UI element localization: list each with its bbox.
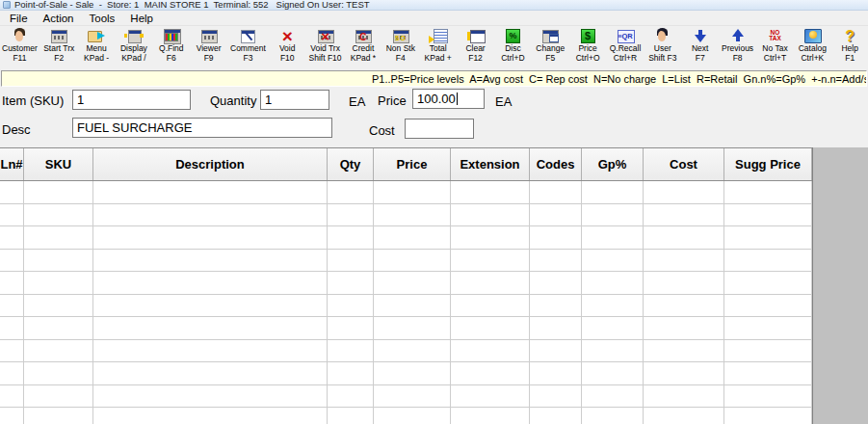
toolbar-button-customer[interactable]: CustomerF11 [2, 27, 38, 63]
toolbar-shortcut-label: KPad - [84, 54, 109, 64]
table-cell [724, 317, 812, 339]
cost-label: Cost [369, 123, 395, 138]
toolbar-button-comment[interactable]: CommentF3 [230, 27, 266, 63]
table-cell [451, 408, 530, 424]
table-cell [451, 362, 530, 384]
toolbar-button-no-tax[interactable]: NO TAXNo TaxCtrl+T [759, 27, 791, 63]
column-header-codes[interactable]: Codes [530, 148, 582, 180]
table-cell [374, 226, 451, 249]
table-cell [93, 362, 328, 384]
entry-form: Item (SKU) 1 Quantity 1 EA Price 100.00 … [0, 87, 868, 147]
table-cell [374, 250, 451, 272]
toolbar-button-void-trx[interactable]: ×Void TrxShift F10 [309, 27, 342, 63]
table-cell [724, 362, 812, 384]
table-cell [644, 226, 724, 249]
table-cell [530, 295, 582, 317]
table-row[interactable] [0, 385, 812, 409]
table-cell [374, 181, 451, 203]
toolbar-shortcut-label: KPad / [121, 54, 146, 64]
toolbar-button-change[interactable]: ChangeF5 [535, 27, 566, 63]
table-cell [451, 340, 530, 362]
void-trx-icon: × [316, 28, 335, 43]
table-cell [374, 295, 451, 317]
table-cell [724, 272, 812, 294]
table-cell [530, 181, 582, 203]
table-row[interactable] [0, 181, 812, 204]
table-cell [0, 226, 24, 249]
table-row[interactable] [0, 250, 812, 273]
toolbar-button-q-recall[interactable]: ≡QRQ.RecallCtrl+R [609, 27, 641, 63]
table-cell [24, 181, 93, 203]
column-header-extension[interactable]: Extension [451, 148, 530, 180]
next-arrow-icon [691, 28, 710, 43]
price-label: Price [378, 93, 407, 108]
toolbar-button-display[interactable]: DisplayKPad / [118, 27, 149, 63]
table-row[interactable] [0, 226, 812, 250]
menu-bar: FileActionToolsHelp [0, 11, 868, 26]
previous-arrow-icon [728, 28, 748, 43]
table-row[interactable] [0, 362, 812, 385]
toolbar-button-non-stk[interactable]: SONon StkF4 [384, 27, 416, 63]
price-unit-label: EA [495, 94, 512, 109]
column-header-qty[interactable]: Qty [328, 148, 374, 180]
column-header-price[interactable]: Price [374, 148, 451, 180]
toolbar-shortcut-label: F12 [468, 54, 483, 64]
table-cell [724, 295, 812, 317]
customer-icon [10, 28, 29, 43]
table-cell [0, 408, 24, 424]
table-cell [328, 250, 374, 272]
column-header-ln-[interactable]: Ln# [0, 148, 24, 180]
table-cell [530, 408, 582, 424]
desc-input[interactable]: FUEL SURCHARGE [72, 118, 332, 138]
item-sku-input[interactable]: 1 [72, 90, 191, 110]
toolbar-shortcut-label: Ctrl+T [764, 54, 786, 64]
menu-tools[interactable]: Tools [82, 12, 123, 25]
table-row[interactable] [0, 272, 812, 295]
toolbar-button-menu[interactable]: MenuKPad - [81, 27, 113, 63]
menu-file[interactable]: File [2, 12, 36, 25]
discount-icon: % [503, 28, 522, 43]
column-header-gp-[interactable]: Gp% [582, 148, 644, 180]
toolbar-shortcut-label: F5 [545, 54, 555, 64]
table-row[interactable] [0, 204, 812, 227]
desc-label: Desc [2, 122, 31, 137]
price-input[interactable]: 100.00 [412, 89, 485, 109]
column-header-sugg-price[interactable]: Sugg Price [724, 148, 812, 180]
column-header-description[interactable]: Description [93, 148, 328, 180]
toolbar-button-disc[interactable]: %DiscCtrl+D [497, 27, 529, 63]
toolbar-button-catalog[interactable]: CatalogCtrl+K [797, 27, 829, 63]
toolbar-button-viewer[interactable]: ViewerF9 [193, 27, 224, 63]
table-row[interactable] [0, 317, 812, 340]
table-row[interactable] [0, 340, 812, 363]
table-cell [0, 272, 24, 294]
toolbar-button-next[interactable]: NextF7 [684, 27, 716, 63]
table-cell [451, 272, 530, 294]
toolbar-button-price[interactable]: $PriceCtrl+O [572, 27, 604, 63]
column-header-cost[interactable]: Cost [644, 148, 724, 180]
table-row[interactable] [0, 295, 812, 318]
toolbar-button-previous[interactable]: PreviousF8 [722, 27, 753, 63]
table-cell [93, 272, 328, 294]
table-cell [644, 295, 724, 317]
toolbar-button-q-find[interactable]: Q.FindF6 [155, 27, 187, 63]
toolbar-button-user[interactable]: UserShift F3 [646, 27, 678, 63]
menu-help[interactable]: Help [122, 12, 161, 25]
toolbar-button-clear[interactable]: ClearF12 [460, 27, 491, 63]
table-row[interactable] [0, 408, 812, 424]
table-cell [582, 250, 644, 272]
toolbar: CustomerF11Start TrxF2MenuKPad -DisplayK… [0, 26, 868, 69]
toolbar-button-total[interactable]: TotalKPad + [422, 27, 454, 63]
toolbar-button-void[interactable]: ×VoidF10 [272, 27, 303, 63]
quantity-input[interactable]: 1 [260, 90, 329, 110]
toolbar-button-credit[interactable]: CCreditKPad * [347, 27, 379, 63]
table-cell [374, 385, 451, 408]
cost-input[interactable] [405, 119, 474, 139]
table-cell [374, 408, 451, 424]
toolbar-shortcut-label: Ctrl+D [501, 54, 524, 64]
column-header-sku[interactable]: SKU [24, 148, 93, 180]
app-icon [3, 1, 11, 9]
toolbar-button-help[interactable]: ?HelpF1 [834, 27, 866, 63]
toolbar-button-start-trx[interactable]: Start TrxF2 [43, 27, 75, 63]
start-trx-keypad-icon [49, 28, 68, 43]
menu-action[interactable]: Action [36, 12, 82, 25]
